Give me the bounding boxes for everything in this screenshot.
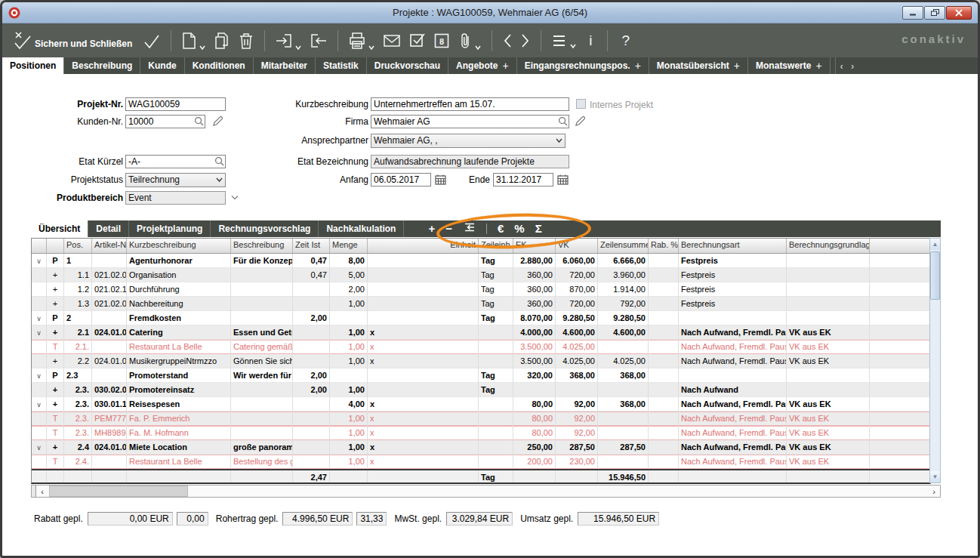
row-expand-icon[interactable]: ∨ xyxy=(36,315,42,322)
tab-scroll-left-icon[interactable]: ‹ xyxy=(840,60,843,72)
column-header-berechnungsart[interactable]: Berechnungsart xyxy=(679,239,787,253)
scroll-left-icon[interactable]: ‹ xyxy=(36,487,48,496)
table-sum-row[interactable]: 2,47Tag15.946,50 xyxy=(32,469,930,483)
chevron-down-icon[interactable] xyxy=(199,45,206,51)
duplicate-button[interactable] xyxy=(214,32,230,50)
tab-add-icon[interactable]: + xyxy=(502,60,508,72)
anfang-calendar-button[interactable] xyxy=(434,174,446,186)
help-button[interactable]: ? xyxy=(618,32,635,49)
indent-position-button[interactable] xyxy=(463,221,476,236)
projektstatus-select[interactable]: Teilrechnung xyxy=(125,173,226,187)
ansprechpartner-select[interactable]: Wehmaier AG, , xyxy=(371,134,566,148)
scroll-up-icon[interactable]: ▲ xyxy=(930,239,940,250)
tab-scroll-right-icon[interactable]: › xyxy=(851,60,854,72)
column-header-berechnungsgrundlage[interactable]: Berechnungsgrundlage xyxy=(787,239,870,253)
table-row[interactable]: +1.2021.02.10Durchführung2,00Tag360,0087… xyxy=(32,282,930,297)
confirm-button[interactable] xyxy=(143,32,161,50)
firma-input[interactable] xyxy=(371,115,569,128)
column-header-pos-[interactable]: Pos. xyxy=(64,239,92,253)
table-row[interactable]: ∨+2.1024.01.07CateringEssen und Getr1,00… xyxy=(32,325,930,340)
row-expand-icon[interactable]: ∨ xyxy=(36,401,42,408)
minimize-button[interactable] xyxy=(902,6,923,20)
subtab-rechnungsvorschlag[interactable]: Rechnungsvorschlag xyxy=(211,220,319,237)
produktbereich-expand-button[interactable] xyxy=(229,192,241,204)
subtab-nachkalkulation[interactable]: Nachkalkulation xyxy=(319,220,404,237)
percent-button[interactable]: % xyxy=(514,221,524,236)
tab-positionen[interactable]: Positionen xyxy=(2,57,64,74)
scroll-right-icon[interactable]: › xyxy=(928,487,940,496)
table-row[interactable]: +1.3021.02.09Nachbereitung1,00Tag360,007… xyxy=(32,297,930,311)
internes-projekt-checkbox[interactable] xyxy=(576,99,586,109)
column-header-zeileinh-[interactable]: Zeileinh. xyxy=(479,239,513,253)
chevron-down-icon[interactable] xyxy=(569,43,577,49)
column-header-zeit-ist[interactable]: Zeit Ist xyxy=(293,239,330,253)
tab-add-icon[interactable]: + xyxy=(815,60,821,72)
tab-add-icon[interactable]: + xyxy=(635,60,641,72)
etat-kuerzel-input[interactable] xyxy=(125,155,226,168)
table-row[interactable]: T2.1.Restaurant La BelleCatering gemäß d… xyxy=(32,340,930,354)
search-icon[interactable] xyxy=(214,156,224,166)
calendar-8-button[interactable]: 8 xyxy=(433,32,450,49)
tab-angebote[interactable]: Angebote+ xyxy=(448,57,517,74)
email-button[interactable] xyxy=(383,32,401,49)
column-header-rab-[interactable]: Rab. % xyxy=(649,239,679,253)
table-row[interactable]: ∨+2.4024.01.07Miete Locationgroße panora… xyxy=(32,440,930,455)
column-header-vk[interactable]: VK xyxy=(556,239,598,253)
export-button[interactable] xyxy=(310,32,328,50)
column-header-artikel-nr-[interactable]: Artikel-Nr. xyxy=(92,239,127,253)
anfang-input[interactable] xyxy=(371,173,431,187)
subtab-projektplanung[interactable]: Projektplanung xyxy=(129,220,211,237)
chevron-down-icon[interactable] xyxy=(294,45,302,51)
tasks-button[interactable] xyxy=(408,32,426,49)
tab-mitarbeiter[interactable]: Mitarbeiter xyxy=(254,57,316,74)
tab-monatswerte[interactable]: Monatswerte+ xyxy=(748,57,831,74)
tab-statistik[interactable]: Statistik xyxy=(316,57,367,74)
menu-button[interactable] xyxy=(551,33,577,48)
tab-konditionen[interactable]: Konditionen xyxy=(185,57,254,74)
new-record-button[interactable] xyxy=(181,32,206,50)
add-position-button[interactable]: + xyxy=(428,221,435,236)
search-icon[interactable] xyxy=(558,116,568,126)
edit-customer-button[interactable] xyxy=(211,115,223,127)
table-row[interactable]: ∨P1AgenturhonorarFür die Konzept0,478,00… xyxy=(32,254,930,268)
produktbereich-field[interactable]: Event xyxy=(125,191,226,205)
save-and-close-button[interactable]: Sichern und Schließen xyxy=(14,31,135,51)
tab-eingangsrechnungspos-[interactable]: Eingangsrechnungspos.+ xyxy=(517,57,649,74)
attachments-button[interactable] xyxy=(458,32,482,50)
ende-input[interactable] xyxy=(493,173,553,187)
table-row[interactable]: T2.4.Restaurant La BelleBestellung des g… xyxy=(32,455,930,469)
chevron-down-icon[interactable] xyxy=(368,45,375,51)
vertical-scroll-thumb[interactable] xyxy=(930,251,940,300)
title-bar[interactable]: Projekte : WAG100059, Wehmaier AG (6/54) xyxy=(2,2,978,23)
table-row[interactable]: ∨+2.3.030.01.11Reisespesen4,00x80,0092,0… xyxy=(32,397,930,412)
restore-button[interactable] xyxy=(924,6,945,20)
remove-position-button[interactable]: − xyxy=(445,221,452,236)
table-row[interactable]: ∨P2.3PromoterstandWir werden für2,00Tag3… xyxy=(32,368,930,383)
search-icon[interactable] xyxy=(194,116,204,126)
column-header-beschreibung[interactable]: Beschreibung xyxy=(231,239,293,253)
column-header-expand[interactable] xyxy=(32,239,47,253)
previous-record-button[interactable] xyxy=(502,32,513,49)
table-row[interactable]: +1.1021.02.09Organisation0,475,00Tag360,… xyxy=(32,268,930,282)
vertical-scrollbar[interactable]: ▲ ▼ xyxy=(929,238,941,483)
row-expand-icon[interactable]: ∨ xyxy=(36,372,42,380)
table-row[interactable]: T2.3.MH898989Fa. M. Hofmann1,00x80,0092,… xyxy=(32,426,930,440)
subtab-übersicht[interactable]: Übersicht xyxy=(31,220,88,237)
row-expand-icon[interactable]: ∨ xyxy=(36,444,42,452)
kurzbeschreibung-input[interactable] xyxy=(371,97,569,111)
column-header-zeilensumme[interactable]: Zeilensumme xyxy=(598,239,649,253)
delete-button[interactable] xyxy=(238,32,254,50)
column-header-extra[interactable] xyxy=(870,239,931,253)
edit-firma-button[interactable] xyxy=(574,115,586,127)
table-row[interactable]: +2.3.030.02.01Promotereinsatz2,001,00Tag… xyxy=(32,383,930,397)
import-button[interactable] xyxy=(275,32,302,50)
sigma-button[interactable]: Σ xyxy=(535,221,542,236)
tab-add-icon[interactable]: + xyxy=(734,60,740,72)
chevron-down-icon[interactable] xyxy=(474,45,482,51)
close-button[interactable] xyxy=(946,6,972,20)
column-header-einheit[interactable]: Einheit xyxy=(368,239,479,253)
horizontal-scroll-thumb[interactable] xyxy=(49,486,188,497)
tab-beschreibung[interactable]: Beschreibung xyxy=(64,57,140,74)
table-row[interactable]: T2.3.PEM77789Fa. P. Emmerich1,00x80,0092… xyxy=(32,412,930,426)
row-expand-icon[interactable]: ∨ xyxy=(36,329,42,337)
